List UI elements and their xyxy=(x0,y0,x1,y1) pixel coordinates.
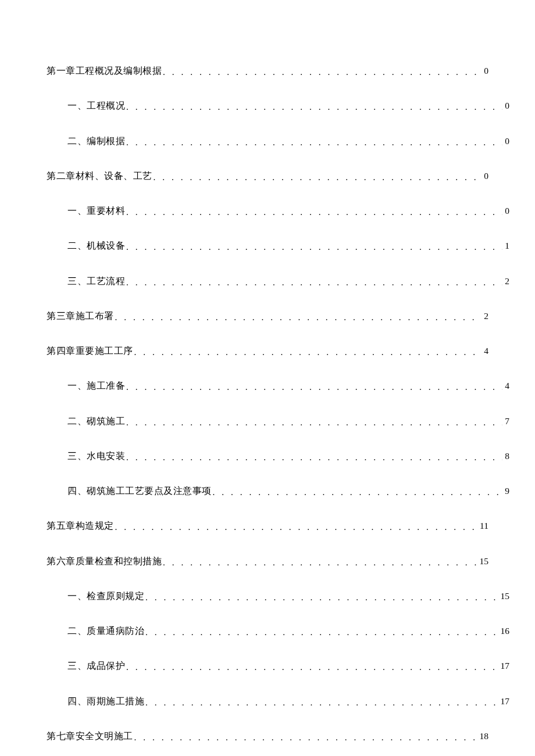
toc-entry: 一、检查原则规定 15 xyxy=(67,589,509,603)
toc-leader-dots xyxy=(134,730,477,744)
toc-leader-dots xyxy=(163,556,477,569)
toc-title: 一、检查原则规定 xyxy=(67,589,144,603)
toc-entry: 二、质量通病防治 16 xyxy=(67,624,509,637)
toc-leader-dots xyxy=(126,205,502,218)
toc-leader-dots xyxy=(145,590,498,604)
toc-page-number: 0 xyxy=(483,64,488,77)
toc-title: 第三章施工布署 xyxy=(47,309,114,323)
toc-title: 第六章质量检查和控制措施 xyxy=(47,554,162,568)
toc-page-number: 15 xyxy=(479,554,489,568)
toc-page-number: 17 xyxy=(500,694,510,708)
toc-leader-dots xyxy=(126,135,502,149)
toc-leader-dots xyxy=(163,65,482,78)
toc-leader-dots xyxy=(213,485,503,499)
toc-page-number: 2 xyxy=(504,274,509,288)
toc-title: 第五章构造规定 xyxy=(47,519,114,532)
toc-leader-dots xyxy=(126,450,502,464)
toc-entry: 第七章安全文明施工 18 xyxy=(47,729,488,743)
toc-entry: 二、砌筑施工 7 xyxy=(67,414,509,428)
toc-title: 一、施工准备 xyxy=(67,379,125,392)
toc-leader-dots xyxy=(126,380,502,393)
toc-title: 三、工艺流程 xyxy=(67,274,125,288)
toc-page-number: 0 xyxy=(504,99,509,112)
toc-leader-dots xyxy=(126,100,502,113)
toc-title: 第一章工程概况及编制根据 xyxy=(47,64,162,77)
toc-page-number: 4 xyxy=(504,379,509,392)
toc-page-number: 16 xyxy=(500,624,510,637)
toc-leader-dots xyxy=(115,520,478,533)
toc-page-number: 8 xyxy=(504,449,509,463)
toc-title: 三、成品保护 xyxy=(67,659,125,672)
toc-leader-dots xyxy=(134,345,482,359)
toc-title: 四、雨期施工措施 xyxy=(67,694,144,708)
toc-title: 二、质量通病防治 xyxy=(67,624,144,637)
toc-page-number: 4 xyxy=(483,344,488,357)
toc-title: 二、编制根据 xyxy=(67,134,125,148)
toc-entry: 第三章施工布署 2 xyxy=(47,309,488,323)
toc-title: 二、砌筑施工 xyxy=(67,414,125,428)
toc-entry: 一、施工准备 4 xyxy=(67,379,509,392)
toc-entry: 四、雨期施工措施 17 xyxy=(67,694,509,708)
toc-leader-dots xyxy=(145,696,498,709)
toc-title: 四、砌筑施工工艺要点及注意事项 xyxy=(67,484,212,497)
toc-entry: 第一章工程概况及编制根据 0 xyxy=(47,64,488,77)
toc-page-number: 2 xyxy=(483,309,488,323)
toc-entry: 第二章材料、设备、工艺 0 xyxy=(47,169,488,182)
toc-leader-dots xyxy=(145,625,498,639)
toc-leader-dots xyxy=(126,275,502,289)
toc-entry: 一、工程概况 0 xyxy=(67,99,509,112)
toc-page-number: 7 xyxy=(504,414,509,428)
toc-leader-dots xyxy=(126,240,502,253)
toc-page-number: 0 xyxy=(504,134,509,148)
toc-entry: 三、水电安装 8 xyxy=(67,449,509,463)
toc-page-number: 18 xyxy=(479,729,489,743)
toc-title: 一、重要材料 xyxy=(67,204,125,217)
toc-entry: 第六章质量检查和控制措施 15 xyxy=(47,554,488,568)
toc-title: 二、机械设备 xyxy=(67,239,125,252)
toc-leader-dots xyxy=(154,170,482,184)
table-of-contents: 第一章工程概况及编制根据 0 一、工程概况 0 二、编制根据 0 第二章材料、设… xyxy=(47,64,488,756)
toc-page-number: 15 xyxy=(500,589,510,603)
toc-entry: 第五章构造规定 11 xyxy=(47,519,488,532)
toc-entry: 二、编制根据 0 xyxy=(67,134,509,148)
toc-leader-dots xyxy=(126,660,498,673)
toc-title: 第七章安全文明施工 xyxy=(47,729,133,743)
toc-leader-dots xyxy=(126,415,502,429)
toc-title: 一、工程概况 xyxy=(67,99,125,112)
toc-page-number: 11 xyxy=(479,519,488,532)
toc-entry: 二、机械设备 1 xyxy=(67,239,509,252)
toc-page-number: 9 xyxy=(504,484,509,497)
toc-entry: 第四章重要施工工序 4 xyxy=(47,344,488,357)
toc-page-number: 17 xyxy=(500,659,510,672)
toc-title: 第二章材料、设备、工艺 xyxy=(47,169,152,182)
toc-page-number: 1 xyxy=(504,239,509,252)
toc-entry: 三、成品保护 17 xyxy=(67,659,509,672)
toc-entry: 四、砌筑施工工艺要点及注意事项 9 xyxy=(67,484,509,497)
toc-title: 三、水电安装 xyxy=(67,449,125,463)
toc-entry: 一、重要材料 0 xyxy=(67,204,509,217)
toc-leader-dots xyxy=(115,310,482,324)
toc-page-number: 0 xyxy=(483,169,488,182)
toc-page-number: 0 xyxy=(504,204,509,217)
toc-title: 第四章重要施工工序 xyxy=(47,344,133,357)
toc-entry: 三、工艺流程 2 xyxy=(67,274,509,288)
